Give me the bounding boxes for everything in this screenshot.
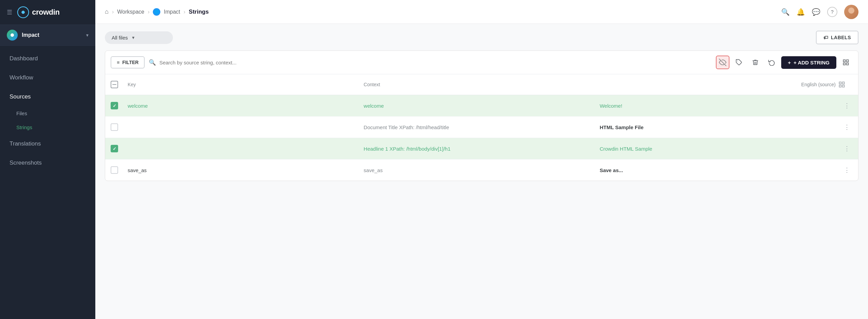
logo-icon (17, 6, 29, 18)
files-dropdown-arrow-icon: ▾ (132, 35, 134, 40)
breadcrumb-sep-2: › (148, 9, 149, 15)
search-icon[interactable]: 🔍 (781, 8, 790, 16)
columns-button[interactable] (839, 56, 853, 69)
files-dropdown-label: All files (112, 35, 128, 41)
row-3-more-icon[interactable]: ⋮ (841, 143, 853, 154)
breadcrumb-sep-3: › (183, 9, 185, 15)
checkbox-unchecked[interactable] (111, 123, 118, 131)
sidebar-item-files[interactable]: Files (0, 106, 95, 120)
row-3-value: Crowdin HTML Sample (600, 146, 836, 152)
breadcrumb-current: Strings (189, 9, 209, 15)
minus-line (112, 84, 116, 85)
project-avatar (7, 30, 18, 41)
row-1-more-icon[interactable]: ⋮ (841, 101, 853, 111)
avatar[interactable] (844, 5, 858, 19)
select-all-checkbox[interactable] (111, 81, 128, 88)
row-2-actions: ⋮ (836, 122, 853, 132)
sidebar-item-sources[interactable]: Sources (0, 87, 95, 106)
row-4-context: save_as (364, 167, 599, 173)
topbar: ⌂ › Workspace › 🌐 Impact › Strings 🔍 🔔 💬… (95, 0, 868, 24)
breadcrumb: ⌂ › Workspace › 🌐 Impact › Strings (105, 8, 781, 16)
toolbar-actions: + + ADD STRING (716, 56, 853, 69)
hide-button[interactable] (716, 56, 729, 69)
tag-button[interactable] (732, 56, 746, 69)
row-3-checkbox[interactable]: ✓ (111, 145, 128, 152)
svg-rect-8 (839, 82, 841, 84)
minus-checkbox[interactable] (111, 81, 118, 88)
check-mark-icon: ✓ (113, 103, 116, 108)
row-1-context: welcome (364, 103, 599, 109)
labels-button[interactable]: 🏷 LABELS (816, 31, 859, 44)
sidebar-item-screenshots[interactable]: Screenshots (0, 153, 95, 172)
row-1-checkbox[interactable]: ✓ (111, 102, 128, 109)
home-icon[interactable]: ⌂ (105, 8, 109, 15)
table-row: ✓ Headline 1 XPath: /html/body/div[1]/h1… (105, 138, 858, 160)
svg-rect-5 (847, 60, 849, 62)
sources-sub-nav: Files Strings (0, 106, 95, 134)
svg-rect-4 (843, 60, 846, 62)
row-2-context: Document Title XPath: /html/head/title (364, 124, 599, 130)
project-globe-icon: 🌐 (153, 8, 160, 16)
check-mark-icon: ✓ (113, 146, 116, 151)
logo-text: crowdin (32, 8, 60, 17)
sidebar-header: ☰ crowdin (0, 0, 95, 25)
row-1-key: welcome (128, 103, 364, 109)
checkbox-checked[interactable]: ✓ (111, 145, 118, 152)
trash-icon (752, 59, 759, 66)
bell-icon[interactable]: 🔔 (797, 8, 805, 16)
row-4-actions: ⋮ (836, 165, 853, 175)
sidebar: ☰ crowdin Impact ▾ Dashboard Workflow So… (0, 0, 95, 319)
project-name: Impact (22, 32, 86, 38)
svg-rect-11 (842, 85, 845, 87)
add-string-label: + ADD STRING (793, 60, 830, 65)
delete-button[interactable] (749, 56, 762, 69)
svg-rect-9 (842, 82, 845, 84)
help-icon[interactable]: ? (827, 7, 837, 17)
table-row: Document Title XPath: /html/head/title H… (105, 117, 858, 138)
sidebar-item-strings[interactable]: Strings (0, 120, 95, 134)
row-2-more-icon[interactable]: ⋮ (841, 122, 853, 132)
add-string-button[interactable]: + + ADD STRING (781, 56, 836, 69)
table-row: ✓ welcome welcome Welcome! ⋮ (105, 95, 858, 117)
chat-icon[interactable]: 💬 (812, 8, 820, 16)
eye-off-icon (719, 59, 726, 66)
table-header: Key Context English (source) (105, 74, 858, 95)
row-4-more-icon[interactable]: ⋮ (841, 165, 853, 175)
breadcrumb-workspace[interactable]: Workspace (117, 9, 144, 15)
svg-point-1 (22, 11, 25, 14)
add-string-plus-icon: + (788, 60, 791, 65)
table-columns-icon (842, 59, 849, 66)
svg-rect-10 (839, 85, 841, 87)
sidebar-nav: Dashboard Workflow Sources Files Strings… (0, 46, 95, 319)
checkbox-unchecked[interactable] (111, 166, 118, 174)
main-content: ⌂ › Workspace › 🌐 Impact › Strings 🔍 🔔 💬… (95, 0, 868, 319)
topbar-actions: 🔍 🔔 💬 ? (781, 5, 858, 19)
sidebar-item-translations[interactable]: Translations (0, 134, 95, 153)
search-container: 🔍 (149, 59, 711, 66)
table-view-icon[interactable] (836, 78, 848, 91)
row-2-checkbox[interactable] (111, 123, 128, 131)
col-header-context: Context (364, 82, 599, 87)
col-header-english: English (source) (600, 82, 836, 87)
hamburger-icon[interactable]: ☰ (7, 9, 12, 16)
breadcrumb-project[interactable]: Impact (164, 9, 180, 15)
sidebar-item-dashboard[interactable]: Dashboard (0, 49, 95, 68)
search-input[interactable] (159, 60, 711, 65)
filter-lines-icon: ≡ (117, 60, 119, 65)
filter-row: ≡ FILTER 🔍 (105, 51, 858, 74)
files-dropdown[interactable]: All files ▾ (105, 31, 173, 44)
row-1-actions: ⋮ (836, 101, 853, 111)
refresh-button[interactable] (765, 56, 778, 69)
svg-rect-6 (843, 63, 846, 65)
filter-button[interactable]: ≡ FILTER (111, 56, 145, 69)
row-4-checkbox[interactable] (111, 166, 128, 174)
grid-icon (838, 81, 845, 88)
project-selector[interactable]: Impact ▾ (0, 25, 95, 46)
col-header-key: Key (128, 82, 364, 87)
tag-icon (736, 59, 742, 66)
sidebar-item-workflow[interactable]: Workflow (0, 68, 95, 87)
checkbox-checked[interactable]: ✓ (111, 102, 118, 109)
content-area: All files ▾ 🏷 LABELS ≡ FILTER 🔍 (95, 24, 868, 319)
chevron-down-icon: ▾ (86, 32, 89, 38)
svg-rect-7 (847, 63, 849, 65)
